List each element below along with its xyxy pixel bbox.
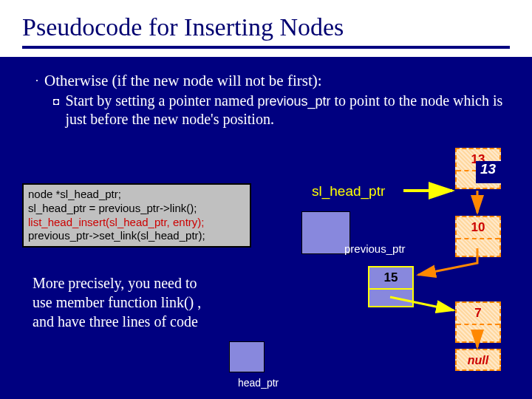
code-line-1: node *sl_head_ptr; [28, 188, 245, 202]
node-7: 7 [455, 301, 501, 343]
node-7-ptr [457, 324, 499, 343]
slide-title: Pseudocode for Inserting Nodes [22, 13, 510, 41]
code-line-3: list_head_insert(sl_head_ptr, entry); [28, 216, 245, 230]
inline-13: 13 [476, 161, 504, 183]
bullet-marker: · [35, 72, 38, 90]
subbullet-start: ◘ Start by setting a pointer named previ… [53, 92, 510, 129]
note-text: More precisely, you need to use member f… [33, 273, 217, 331]
code-line-4: previous_ptr->set_link(sl_head_ptr); [28, 229, 245, 243]
head-ptr-box [229, 341, 265, 372]
previous-ptr-label: previous_ptr [344, 242, 406, 255]
sl-head-ptr-box [301, 211, 350, 254]
head-ptr-label: head_ptr [238, 377, 279, 389]
node-10: 10 [455, 216, 501, 257]
node-10-value: 10 [457, 217, 499, 238]
sl-head-ptr-label: sl_head_ptr [312, 183, 385, 200]
node-null-value: null [457, 350, 499, 369]
node-7-value: 7 [457, 303, 499, 324]
bullet-text: Otherwise (if the new node will not be f… [44, 72, 322, 90]
title-area: Pseudocode for Inserting Nodes [0, 0, 532, 55]
node-15-ptr [369, 288, 412, 307]
node-15-value: 15 [369, 267, 412, 288]
bullet-otherwise: · Otherwise (if the new node will not be… [35, 72, 510, 90]
content-area: · Otherwise (if the new node will not be… [0, 57, 532, 129]
subbullet-text: Start by setting a pointer named previou… [65, 92, 510, 129]
subbullet-marker: ◘ [53, 92, 59, 129]
code-line-2: sl_head_ptr = previous_ptr->link(); [28, 202, 245, 216]
rule-thick [22, 46, 510, 49]
node-null: null [455, 349, 501, 371]
node-15: 15 [368, 266, 414, 307]
node-10-ptr [457, 238, 499, 257]
code-box: node *sl_head_ptr; sl_head_ptr = previou… [22, 183, 251, 248]
